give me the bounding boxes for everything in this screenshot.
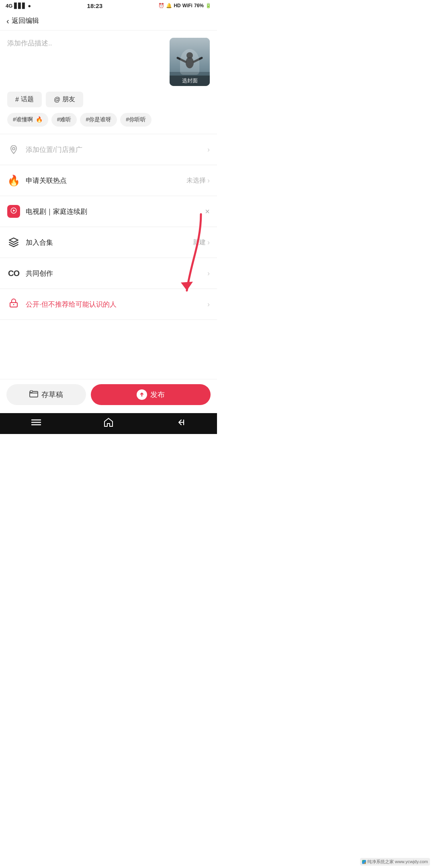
location-value: › [207,145,210,154]
battery-icon: 🔋 [205,3,211,8]
wechat-icon: ● [28,3,31,9]
co-text: CO [8,269,19,278]
lock-svg [9,298,18,310]
hash-icon: # [15,96,19,103]
chip-listen[interactable]: #你听听 [120,113,151,127]
collection-value-text: 新建 [193,238,206,247]
publish-label: 发布 [150,390,165,399]
topic-label: 话题 [21,95,34,104]
chip-who-knows[interactable]: #谁懂啊 🔥 [7,113,48,127]
chip-who-label: #你是谁呀 [86,116,111,123]
collab-label: 共同创作 [26,269,202,278]
back-label: 返回编辑 [12,16,39,25]
nav-home-icon[interactable] [100,414,117,431]
hd-badge: HD [174,3,180,8]
wifi-icon: WiFi [182,3,192,8]
lock-icon [7,298,20,311]
bell-icon: 🔔 [166,3,172,8]
menu-lines-svg [31,418,41,427]
collection-label: 加入合集 [26,238,187,247]
spacer [0,321,217,379]
chip-hard-label: #难听 [57,116,72,123]
location-chevron-icon: › [207,145,210,154]
tv-svg [10,207,17,214]
nav-bar: ‹ 返回编辑 [0,11,217,31]
lock-inner-svg [9,298,18,308]
co-icon: CO [7,267,20,280]
chip-hard-to-listen[interactable]: #难听 [51,113,77,127]
divider-privacy [0,319,217,320]
tv-close[interactable]: × [205,207,210,216]
chip-who-knows-label: #谁懂啊 [13,116,33,123]
draft-svg [29,390,38,397]
menu-item-tv[interactable]: 电视剧｜家庭连续剧 × [0,198,217,225]
menu-item-collection[interactable]: 加入合集 新建 › [0,229,217,256]
status-right: ⏰ 🔔 HD WiFi 76% 🔋 [158,3,211,8]
draft-label: 存草稿 [41,390,63,399]
svg-point-10 [13,304,14,305]
mention-button[interactable]: @ 朋友 [46,92,83,107]
chip-who-are-you[interactable]: #你是谁呀 [80,113,117,127]
tv-label: 电视剧｜家庭连续剧 [26,207,199,216]
upload-svg [139,391,145,398]
divider-tv [0,227,217,227]
signal-bars-icon: ▋▋▋ [14,3,26,9]
mention-label: 朋友 [62,95,75,104]
svg-rect-13 [30,391,33,392]
back-svg [176,417,186,428]
menu-item-location[interactable]: 添加位置/门店推广 › [0,136,217,163]
home-svg [103,417,114,428]
divider-collab [0,289,217,289]
hotspot-value: 未选择 › [186,176,210,185]
draft-button[interactable]: 存草稿 [6,384,86,405]
tv-icon [10,207,17,216]
collab-value: › [207,269,210,278]
hotspot-fire-icon: 🔥 [7,174,20,187]
cover-label[interactable]: 选封面 [170,76,210,86]
description-input[interactable]: 添加作品描述.. [7,38,165,86]
divider-top [0,134,217,134]
svg-point-3 [186,52,193,59]
at-icon: @ [54,96,60,103]
fire-icon: 🔥 [36,116,43,123]
menu-item-privacy[interactable]: 公开·但不推荐给可能认识的人 › [0,291,217,318]
divider-collection [0,258,217,258]
svg-marker-8 [13,209,15,212]
collab-chevron-icon: › [207,269,210,278]
publish-button[interactable]: 发布 [91,384,211,405]
layers-svg [8,237,19,248]
collection-value: 新建 › [193,238,210,247]
svg-point-6 [12,147,15,150]
privacy-chevron-icon: › [207,300,210,309]
hotspot-chevron-icon: › [207,176,210,185]
description-area: 添加作品描述.. [0,31,217,92]
location-label: 添加位置/门店推广 [26,145,202,154]
cover-thumbnail[interactable]: 选封面 [170,38,210,86]
tag-buttons: # 话题 @ 朋友 [0,92,217,113]
svg-point-2 [186,57,194,68]
back-button[interactable]: ‹ 返回编辑 [6,16,39,25]
privacy-label: 公开·但不推荐给可能认识的人 [26,300,202,309]
chip-listen-label: #你听听 [126,116,146,123]
signal-text: 4G [6,3,12,9]
divider-location [0,165,217,165]
status-left: 4G ▋▋▋ ● [6,3,31,9]
publish-upload-icon [137,389,147,400]
divider-hotspot [0,196,217,196]
layers-icon [7,236,20,249]
status-bar: 4G ▋▋▋ ● 18:23 ⏰ 🔔 HD WiFi 76% 🔋 [0,0,217,11]
back-chevron-icon: ‹ [6,17,9,25]
nav-back-icon[interactable] [172,414,190,431]
nav-menu-icon[interactable] [27,414,45,431]
tv-close-icon[interactable]: × [205,207,210,216]
bottom-bar: 存草稿 发布 [0,379,217,413]
menu-item-collab[interactable]: CO 共同创作 › [0,260,217,287]
draft-icon [29,390,38,399]
hotspot-label: 申请关联热点 [26,176,181,185]
nav-bottom: 纯净系统之家 www.ycwjdy.com [0,413,217,434]
menu-item-hotspot[interactable]: 🔥 申请关联热点 未选择 › [0,167,217,194]
topic-button[interactable]: # 话题 [7,92,42,107]
tv-icon-wrap [7,205,20,218]
battery-text: 76% [194,3,204,8]
location-icon [7,143,20,156]
